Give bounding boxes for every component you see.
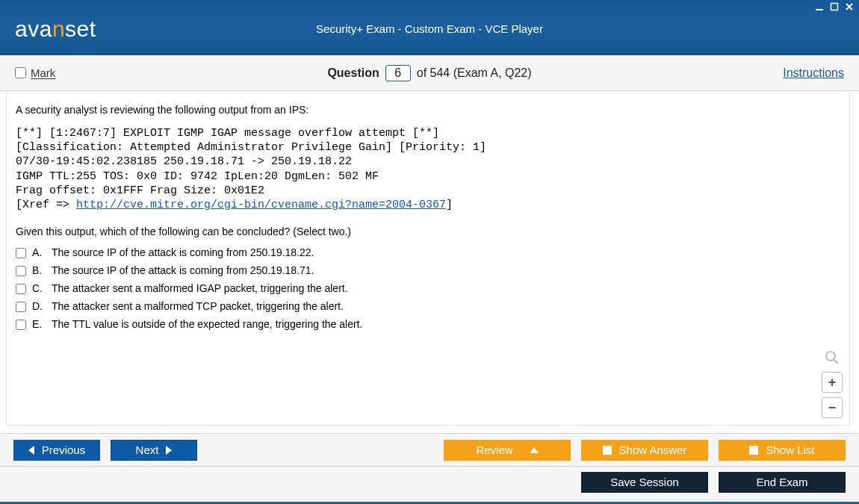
svg-point-4 — [826, 352, 835, 361]
question-panel: A security analyst is reviewing the foll… — [6, 93, 850, 426]
option-b-checkbox[interactable] — [16, 266, 26, 276]
option-c-letter: C. — [32, 282, 46, 294]
zoom-controls: + − — [822, 348, 843, 418]
chevron-right-icon — [166, 446, 172, 455]
window-title: Security+ Exam - Custom Exam - VCE Playe… — [0, 22, 859, 35]
option-e-letter: E. — [32, 318, 46, 330]
show-list-button[interactable]: Show List — [719, 440, 846, 461]
show-answer-button[interactable]: Show Answer — [581, 440, 708, 461]
option-d[interactable]: D. The attacker sent a malformed TCP pac… — [16, 300, 840, 312]
review-button[interactable]: Review — [444, 440, 571, 461]
end-exam-button[interactable]: End Exam — [719, 472, 846, 493]
session-button-bar: Save Session End Exam — [0, 467, 859, 504]
question-total: of 544 (Exam A, Q22) — [417, 66, 532, 80]
option-d-letter: D. — [32, 300, 46, 312]
chevron-left-icon — [28, 446, 34, 455]
title-bar: avanset Security+ Exam - Custom Exam - V… — [0, 0, 859, 55]
option-c-checkbox[interactable] — [16, 284, 26, 294]
option-a-letter: A. — [32, 246, 46, 258]
svg-line-5 — [834, 360, 838, 364]
previous-button[interactable]: Previous — [13, 440, 100, 461]
option-a-checkbox[interactable] — [16, 248, 26, 258]
option-c-text: The attacker sent a malformed IGAP packe… — [52, 282, 348, 294]
sub-header: Mark Question 6 of 544 (Exam A, Q22) Ins… — [0, 55, 859, 91]
next-button[interactable]: Next — [111, 440, 197, 461]
option-e-checkbox[interactable] — [16, 320, 26, 330]
close-icon[interactable] — [844, 1, 855, 12]
option-d-checkbox[interactable] — [16, 302, 26, 312]
mark-label[interactable]: Mark — [31, 66, 55, 79]
question-indicator: Question 6 of 544 (Exam A, Q22) — [327, 65, 531, 81]
option-b-letter: B. — [32, 264, 46, 276]
question-label: Question — [327, 66, 379, 80]
option-b-text: The source IP of the attack is coming fr… — [52, 264, 314, 276]
maximize-icon[interactable] — [829, 1, 840, 12]
triangle-up-icon — [530, 447, 539, 453]
option-b[interactable]: B. The source IP of the attack is coming… — [16, 264, 840, 276]
question-number[interactable]: 6 — [385, 65, 411, 81]
option-e-text: The TTL value is outside of the expected… — [52, 318, 362, 330]
answer-options: A. The source IP of the attack is coming… — [16, 246, 840, 330]
checkbox-icon — [749, 446, 758, 455]
mark-question[interactable]: Mark — [15, 66, 55, 79]
window-controls — [814, 1, 855, 12]
minimize-icon[interactable] — [814, 1, 825, 12]
mark-checkbox[interactable] — [15, 67, 26, 78]
xref-link[interactable]: http://cve.mitre.org/cgi-bin/cvename.cgi… — [76, 199, 446, 211]
question-prompt: Given this output, which of the followin… — [16, 225, 840, 237]
ips-output: [**] [1:2467:7] EXPLOIT IGMP IGAP messag… — [16, 126, 840, 212]
instructions-link[interactable]: Instructions — [783, 66, 844, 80]
zoom-in-button[interactable]: + — [822, 372, 843, 393]
option-d-text: The attacker sent a malformed TCP packet… — [52, 300, 344, 312]
question-stem: A security analyst is reviewing the foll… — [16, 104, 840, 116]
option-a-text: The source IP of the attack is coming fr… — [52, 246, 314, 258]
zoom-out-button[interactable]: − — [822, 397, 843, 418]
option-c[interactable]: C. The attacker sent a malformed IGAP pa… — [16, 282, 840, 294]
magnify-icon[interactable] — [822, 348, 842, 367]
option-a[interactable]: A. The source IP of the attack is coming… — [16, 246, 840, 258]
checkbox-icon — [603, 446, 612, 455]
option-e[interactable]: E. The TTL value is outside of the expec… — [16, 318, 840, 330]
save-session-button[interactable]: Save Session — [581, 472, 708, 493]
nav-button-bar: Previous Next Review Show Answer Show Li… — [0, 433, 859, 467]
svg-rect-1 — [831, 4, 838, 10]
